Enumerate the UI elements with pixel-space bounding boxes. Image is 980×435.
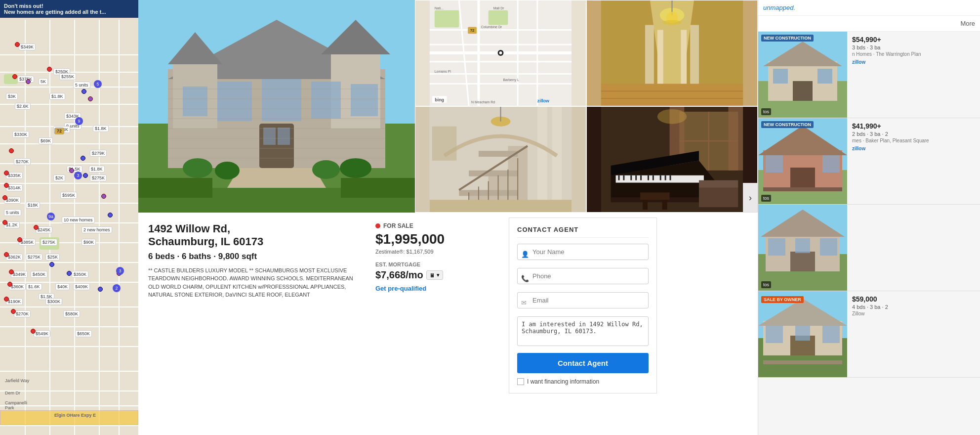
- map-dot-blue[interactable]: [81, 156, 85, 161]
- mini-map[interactable]: 72 Nati... Mall Dr Columbine Dr Lorrains…: [415, 0, 586, 106]
- svg-text:Barberry L: Barberry L: [503, 78, 519, 82]
- svg-point-72: [662, 20, 682, 25]
- main-photo[interactable]: [138, 0, 415, 213]
- map-dot-blue[interactable]: [83, 173, 88, 178]
- price-label: $3K: [6, 93, 18, 100]
- listing-address: n Homes · The Warrington Plan: [852, 51, 975, 57]
- price-label: 2 new homes: [82, 226, 112, 233]
- email-input-wrapper: ✉: [517, 292, 649, 312]
- svg-rect-22: [138, 178, 212, 198]
- price-label: $1.8K: [93, 125, 109, 132]
- listing-item[interactable]: NEW CONSTRUCTION tos $54,990+ 3 bds · 3 …: [758, 32, 980, 118]
- next-photo-arrow[interactable]: ›: [743, 183, 758, 213]
- svg-rect-9: [183, 87, 207, 116]
- map-dot-red[interactable]: [4, 252, 9, 257]
- svg-text:Mall Dr: Mall Dr: [493, 6, 505, 10]
- map-road-label: Dem Dr: [5, 391, 20, 395]
- map-dot-red[interactable]: [4, 171, 9, 175]
- map-dot-red[interactable]: [4, 297, 9, 302]
- map-dot-red[interactable]: [47, 67, 52, 72]
- map-road-label: Jarfield Way: [5, 378, 29, 383]
- map-dot-red[interactable]: [9, 269, 14, 274]
- price-label: $270K: [14, 158, 31, 165]
- more-label[interactable]: More: [960, 20, 975, 27]
- interior-piano-photo[interactable]: [586, 106, 758, 213]
- price-label: $279K: [90, 150, 107, 157]
- svg-rect-132: [763, 187, 842, 191]
- svg-rect-107: [653, 175, 654, 180]
- price-label: $275K: [90, 174, 107, 181]
- message-textarea[interactable]: I am interested in 1492 Willow Rd, Schau…: [517, 316, 649, 346]
- listing-meta: 2 bds · 3 ba · 2: [852, 131, 975, 137]
- listing-meta: 4 bds · 3 ba · 2: [852, 304, 975, 310]
- property-address: 1492 Willow Rd, Schaumburg, IL 60173: [148, 222, 356, 249]
- price-label: 5 units: [4, 209, 21, 216]
- listing-item[interactable]: tos: [758, 205, 980, 291]
- interior-hallway-photo[interactable]: [586, 0, 758, 106]
- map-dot-red[interactable]: [2, 195, 7, 200]
- map-badge: 9: [75, 117, 83, 125]
- price-label: $1.6K: [26, 283, 42, 290]
- sale-by-owner-badge: SALE BY OWNER: [761, 294, 804, 304]
- map-dot-red[interactable]: [2, 220, 7, 225]
- listing-address: Zillow: [852, 311, 975, 316]
- listing-price: $41,990+: [852, 122, 975, 130]
- map-panel[interactable]: Don't miss out! New homes are getting ad…: [0, 0, 138, 435]
- contact-agent-panel: CONTACT AGENT 👤 📞 ✉ I am interested in 1…: [509, 218, 657, 393]
- svg-text:Lorrains Pl: Lorrains Pl: [435, 70, 451, 73]
- svg-rect-117: [699, 180, 738, 188]
- map-dot-red[interactable]: [15, 42, 20, 47]
- map-dot-blue[interactable]: [98, 287, 103, 292]
- email-input[interactable]: [517, 292, 649, 308]
- price-label: $595K: [60, 192, 77, 199]
- map-dot-red[interactable]: [17, 237, 22, 242]
- map-dot-blue[interactable]: [108, 213, 113, 218]
- more-button-area[interactable]: More: [758, 16, 980, 32]
- map-dot-red[interactable]: [11, 309, 16, 314]
- map-badge: 5: [94, 80, 102, 88]
- svg-text:72: 72: [470, 28, 475, 33]
- svg-rect-146: [766, 326, 783, 343]
- svg-text:bing: bing: [435, 97, 444, 102]
- map-dot-purple[interactable]: [101, 194, 106, 199]
- dropdown-arrow: ▾: [437, 272, 440, 278]
- price-label: $580K: [63, 310, 80, 317]
- svg-rect-90: [432, 127, 457, 161]
- map-dot-blue[interactable]: [49, 262, 54, 267]
- svg-rect-108: [660, 175, 661, 180]
- listing-thumbnail: tos: [758, 205, 847, 291]
- map-dot-red[interactable]: [9, 148, 14, 153]
- name-input[interactable]: [517, 244, 649, 260]
- map-badge: 9a: [47, 213, 55, 220]
- phone-input[interactable]: [517, 268, 649, 284]
- price-label: $270K: [14, 310, 31, 317]
- map-badge: 3: [74, 172, 82, 179]
- map-badge: 2: [113, 284, 121, 292]
- listing-item[interactable]: NEW CONSTRUCTION tos $41,990+ 2 bds · 3 …: [758, 118, 980, 205]
- financing-checkbox[interactable]: [517, 378, 524, 385]
- svg-rect-77: [469, 171, 518, 176]
- get-prequalified-link[interactable]: Get pre-qualified: [375, 285, 426, 292]
- map-dot-red[interactable]: [7, 282, 12, 287]
- svg-rect-15: [263, 128, 276, 145]
- interior-staircase-photo[interactable]: [415, 106, 586, 213]
- listing-item[interactable]: SALE BY OWNER $59,000 4 bds · 3 ba · 2 Z…: [758, 291, 980, 378]
- svg-point-112: [657, 109, 687, 124]
- map-dot-purple[interactable]: [26, 79, 31, 84]
- map-dot-purple[interactable]: [88, 96, 93, 101]
- map-dot-red[interactable]: [12, 74, 17, 79]
- map-background[interactable]: Elgin OHare Expy E $349K $250K $375K 5K …: [0, 0, 138, 435]
- svg-rect-68: [601, 84, 743, 106]
- map-dot-red[interactable]: [31, 329, 36, 334]
- svg-rect-44: [489, 10, 508, 25]
- map-dot-red[interactable]: [4, 183, 9, 188]
- map-banner: Don't miss out! New homes are getting ad…: [0, 0, 138, 18]
- mortgage-calc-button[interactable]: 🖩 ▾: [426, 270, 443, 280]
- map-dot-blue[interactable]: [82, 89, 86, 94]
- map-dot-purple[interactable]: [69, 168, 74, 173]
- svg-text:N Meacham Rd: N Meacham Rd: [471, 100, 495, 104]
- svg-rect-109: [665, 175, 666, 180]
- map-dot-blue[interactable]: [67, 271, 72, 276]
- map-dot-red[interactable]: [34, 225, 39, 230]
- contact-agent-button[interactable]: Contact Agent: [517, 353, 649, 373]
